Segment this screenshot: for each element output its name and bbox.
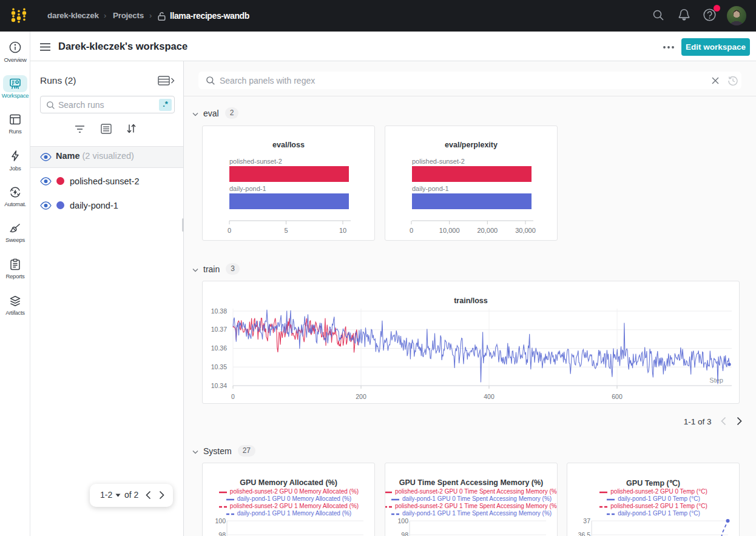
svg-text:100: 100: [215, 517, 226, 524]
svg-text:10.37: 10.37: [211, 326, 227, 333]
svg-text:200: 200: [356, 393, 366, 400]
svg-text:10.35: 10.35: [211, 363, 227, 370]
svg-text:10.38: 10.38: [211, 307, 227, 315]
svg-text:600: 600: [612, 393, 623, 400]
svg-text:polished-sunset-2: polished-sunset-2: [229, 158, 282, 165]
svg-text:98: 98: [401, 531, 408, 536]
svg-text:0: 0: [228, 227, 231, 234]
svg-text:10,000: 10,000: [439, 227, 460, 234]
svg-text:37: 37: [583, 517, 590, 524]
svg-text:0: 0: [231, 393, 235, 400]
svg-text:0: 0: [410, 227, 413, 234]
svg-text:10.34: 10.34: [211, 382, 227, 389]
svg-text:5: 5: [284, 227, 288, 234]
svg-text:400: 400: [484, 393, 494, 400]
svg-text:daily-pond-1: daily-pond-1: [229, 185, 266, 192]
svg-text:polished-sunset-2: polished-sunset-2: [412, 158, 465, 165]
svg-text:daily-pond-1: daily-pond-1: [412, 185, 449, 192]
svg-text:30,000: 30,000: [515, 227, 536, 234]
svg-text:10.36: 10.36: [211, 344, 227, 352]
svg-text:98: 98: [218, 531, 226, 536]
svg-text:10: 10: [339, 227, 346, 234]
svg-text:20,000: 20,000: [477, 227, 498, 234]
svg-text:36.5: 36.5: [578, 531, 591, 536]
svg-text:Step: Step: [709, 377, 723, 384]
svg-text:100: 100: [397, 517, 408, 524]
